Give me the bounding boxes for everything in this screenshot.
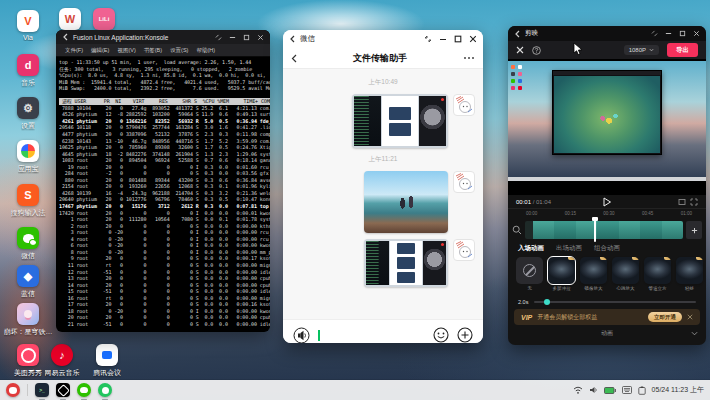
play-button[interactable] (603, 197, 612, 207)
resolution-dropdown[interactable]: 1080P (624, 45, 659, 55)
close-icon[interactable] (693, 30, 700, 37)
preset-thumbnail[interactable] (644, 257, 671, 284)
minimize-icon[interactable] (229, 34, 236, 41)
minimize-icon[interactable] (665, 30, 672, 37)
app-icon[interactable] (17, 227, 39, 249)
menu-item[interactable]: 书签(B) (141, 47, 165, 54)
help-icon[interactable] (532, 46, 541, 55)
minimize-icon[interactable] (439, 35, 447, 43)
collapse-chevron-icon[interactable] (691, 331, 698, 336)
terminal-titlebar[interactable]: Fusion Linux Application:Konsole (56, 30, 270, 44)
maximize-icon[interactable] (679, 30, 686, 37)
avatar[interactable] (453, 239, 475, 261)
menu-item[interactable]: 编辑(E) (88, 47, 112, 54)
preset-thumbnail[interactable] (548, 257, 575, 284)
menu-item[interactable]: 设置(S) (167, 47, 191, 54)
clock[interactable]: 05/24 11:23 上午 (652, 385, 704, 395)
close-icon[interactable] (469, 35, 477, 43)
taskbar-app-button[interactable]: >_ (35, 383, 49, 397)
emoji-icon[interactable] (433, 327, 449, 343)
app-icon[interactable]: ◆ (17, 265, 39, 287)
fullscreen-icon[interactable] (690, 198, 698, 206)
ratio-icon[interactable] (678, 198, 686, 206)
taskbar-app-button[interactable] (77, 383, 91, 397)
restore-icon[interactable] (651, 30, 658, 37)
animation-tab[interactable]: 组合动画 (594, 244, 620, 253)
slider-handle[interactable] (544, 299, 550, 305)
volume-icon[interactable] (589, 386, 598, 394)
battery-icon[interactable] (604, 387, 616, 394)
app-icon[interactable]: ⚙ (17, 97, 39, 119)
app-icon[interactable]: S (17, 184, 39, 206)
wechat-titlebar[interactable]: 微信 (283, 30, 483, 48)
back-icon[interactable] (62, 33, 68, 41)
maximize-icon[interactable] (243, 34, 250, 41)
zoom-icon[interactable] (512, 225, 522, 235)
desktop-icon[interactable]: S 搜狗输入法 (6, 184, 50, 218)
desktop-icon[interactable]: 微信 (6, 227, 50, 261)
launcher-button[interactable] (6, 383, 20, 397)
video-preview[interactable] (508, 59, 706, 195)
preset-thumbnail[interactable] (516, 257, 543, 284)
menu-item[interactable]: 视图(V) (114, 47, 138, 54)
animation-tab[interactable]: 入场动画 (518, 244, 544, 253)
clipboard-icon[interactable] (638, 386, 646, 395)
vip-subscribe-button[interactable]: 立即开通 (648, 312, 682, 322)
preset-thumbnail[interactable] (676, 257, 703, 284)
animation-preset[interactable]: 轻移 (676, 257, 703, 297)
playhead[interactable] (594, 218, 596, 242)
desktop-icon[interactable]: ⚙ 设置 (6, 97, 50, 131)
app-icon[interactable] (17, 344, 39, 366)
voice-icon[interactable] (293, 327, 310, 344)
maximize-icon[interactable] (454, 35, 462, 43)
menu-item[interactable]: 帮助(H) (193, 47, 218, 54)
animation-preset[interactable]: 心跳放大 (612, 257, 639, 297)
close-icon[interactable] (687, 314, 693, 320)
jianying-titlebar[interactable]: 剪映 (508, 26, 706, 41)
preset-thumbnail[interactable] (612, 257, 639, 284)
animation-tab[interactable]: 出场动画 (556, 244, 582, 253)
duration-slider[interactable] (534, 301, 696, 303)
close-project-icon[interactable] (516, 46, 524, 54)
app-icon[interactable] (17, 140, 39, 162)
restore-icon[interactable] (424, 35, 432, 43)
input-method-icon[interactable] (622, 386, 632, 394)
desktop-icon[interactable]: 崩坏：星穹铁… (6, 303, 50, 337)
chat-image-artwork[interactable] (364, 171, 448, 233)
avatar[interactable] (453, 171, 475, 193)
app-icon[interactable]: W (59, 8, 81, 30)
animation-preset[interactable]: 无 (516, 257, 543, 297)
desktop-icon[interactable]: ◆ 蓝信 (6, 265, 50, 299)
desktop-icon[interactable]: LiLi (82, 8, 126, 32)
taskbar-app-button[interactable] (56, 383, 70, 397)
desktop-icon[interactable]: 腾讯会议 (85, 344, 129, 378)
desktop-icon[interactable]: d 音乐 (6, 54, 50, 88)
animation-preset[interactable]: 多屏冲拉 (548, 257, 575, 297)
restore-icon[interactable] (215, 34, 222, 41)
video-clip[interactable] (525, 221, 683, 239)
app-icon[interactable] (96, 344, 118, 366)
more-icon[interactable] (463, 56, 475, 60)
taskbar-app-button[interactable] (98, 383, 112, 397)
plus-icon[interactable] (457, 327, 473, 343)
add-clip-button[interactable] (686, 221, 702, 239)
close-icon[interactable] (257, 34, 264, 41)
animation-preset[interactable]: 镜像放大 (580, 257, 607, 297)
app-icon[interactable] (17, 303, 39, 325)
chat-image-screenshot[interactable] (364, 239, 448, 287)
back-icon[interactable] (289, 35, 295, 43)
app-icon[interactable]: LiLi (93, 8, 115, 30)
desktop-icon[interactable]: ♪ 网易云音乐 (40, 344, 84, 378)
menu-item[interactable]: 文件(F) (62, 47, 86, 54)
avatar[interactable] (453, 94, 475, 116)
wifi-icon[interactable] (573, 386, 583, 394)
animation-preset[interactable]: 管道立方 (644, 257, 671, 297)
preset-thumbnail[interactable] (580, 257, 607, 284)
export-button[interactable]: 导出 (667, 43, 698, 57)
chat-image-screenshot[interactable] (352, 94, 448, 148)
desktop-icon[interactable]: V Via (6, 10, 50, 41)
app-icon[interactable]: ♪ (51, 344, 73, 366)
back-icon[interactable] (514, 30, 520, 38)
timeline-track[interactable] (508, 218, 706, 242)
app-icon[interactable]: d (17, 54, 39, 76)
